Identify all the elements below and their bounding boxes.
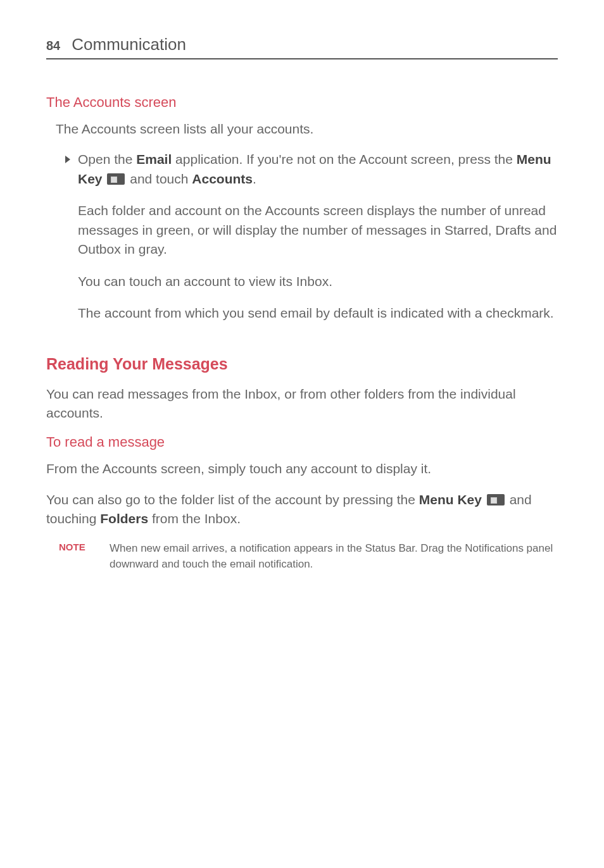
bullet-p4: The account from which you send email by… — [78, 304, 558, 323]
page-number: 84 — [46, 39, 60, 53]
bullet-p1: Open the Email application. If you're no… — [78, 150, 558, 189]
heading-reading-messages: Reading Your Messages — [46, 355, 558, 373]
bullet-p3: You can touch an account to view its Inb… — [78, 272, 558, 291]
bullet-marker-icon — [65, 156, 70, 163]
menu-key-icon — [487, 494, 505, 505]
subheading-read-message: To read a message — [46, 434, 558, 450]
bullet-content: Open the Email application. If you're no… — [78, 150, 558, 335]
section3-p2: You can also go to the folder list of th… — [46, 490, 558, 529]
note-label: NOTE — [59, 540, 110, 573]
header-title: Communication — [72, 35, 186, 54]
note-text: When new email arrives, a notification a… — [110, 540, 558, 573]
page-header: 84 Communication — [46, 35, 558, 59]
section2-p1: You can read messages from the Inbox, or… — [46, 385, 558, 423]
subheading-accounts-screen: The Accounts screen — [46, 94, 558, 111]
bullet-p2: Each folder and account on the Accounts … — [78, 201, 558, 259]
intro-text: The Accounts screen lists all your accou… — [46, 120, 558, 139]
note-block: NOTE When new email arrives, a notificat… — [46, 540, 558, 573]
section3-p1: From the Accounts screen, simply touch a… — [46, 459, 558, 478]
menu-key-icon — [107, 173, 125, 185]
bullet-item: Open the Email application. If you're no… — [46, 150, 558, 335]
